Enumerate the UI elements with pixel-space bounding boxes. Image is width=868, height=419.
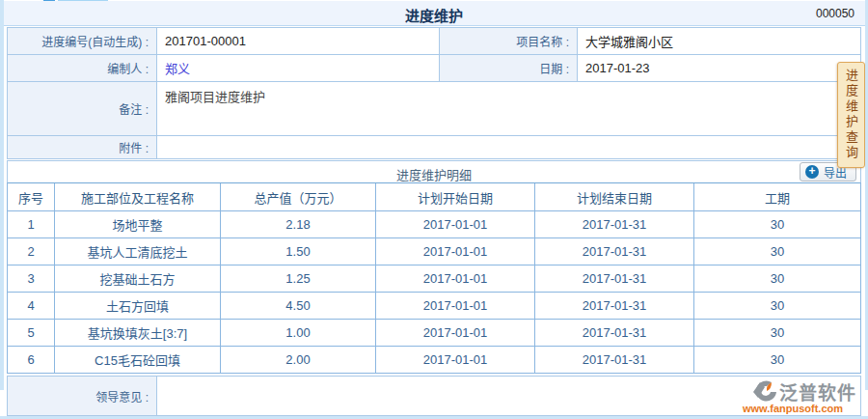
compiler-label: 编制人 : — [8, 55, 157, 81]
cell-output-value: 2.18 — [221, 211, 376, 237]
date-label: 日期 : — [440, 55, 578, 81]
plus-circle-icon: + — [805, 165, 819, 179]
document-number: 000050 — [816, 7, 854, 20]
cell-plan-end: 2017-01-31 — [535, 238, 694, 265]
cell-plan-end: 2017-01-31 — [535, 293, 694, 319]
header-duration: 工期 — [694, 183, 860, 210]
table-header-row: 序号 施工部位及工程名称 总产值（万元） 计划开始日期 计划结束日期 工期 — [8, 183, 860, 211]
cell-work-name: 挖基础土石方 — [55, 265, 221, 292]
project-name-label: 项目名称 : — [440, 28, 578, 54]
detail-table: 序号 施工部位及工程名称 总产值（万元） 计划开始日期 计划结束日期 工期 1 … — [7, 183, 861, 374]
cell-work-name: 场地平整 — [55, 211, 221, 237]
cell-duration: 30 — [694, 347, 860, 373]
fanpu-logo-icon — [752, 379, 777, 405]
table-row[interactable]: 6 C15毛石砼回填 2.00 2017-01-01 2017-01-31 30 — [8, 347, 860, 373]
progress-no-label: 进度编号(自动生成) : — [8, 28, 157, 54]
remark-value: 雅阁项目进度维护 — [157, 82, 860, 135]
cell-duration: 30 — [694, 211, 860, 237]
cell-duration: 30 — [694, 320, 860, 346]
detail-section-bar: 进度维护明细 + 导出 — [7, 160, 861, 183]
cell-duration: 30 — [694, 265, 860, 292]
title-bar: 进度维护 000050 — [0, 1, 868, 26]
cell-duration: 30 — [694, 293, 860, 319]
progress-query-tab-label: 进度维护查询 — [845, 69, 857, 161]
form-row-attachment: 附件 : — [8, 136, 860, 158]
table-row[interactable]: 4 土石方回填 4.50 2017-01-01 2017-01-31 30 — [8, 293, 860, 320]
form-row-remark: 备注 : 雅阁项目进度维护 — [8, 82, 860, 136]
frame-left-border — [0, 0, 4, 390]
form-row-2: 编制人 : 郑义 日期 : 2017-01-23 — [8, 55, 860, 82]
cell-duration: 30 — [694, 238, 860, 265]
compiler-link[interactable]: 郑义 — [165, 59, 190, 77]
cell-plan-start: 2017-01-01 — [376, 265, 535, 292]
table-row[interactable]: 3 挖基础土石方 1.25 2017-01-01 2017-01-31 30 — [8, 265, 860, 293]
vendor-watermark: 泛普软件 www.fanpusoft.com — [729, 378, 856, 414]
vendor-url: www.fanpusoft.com — [729, 403, 856, 414]
cell-work-name: 基坑换填灰土[3:7] — [55, 320, 221, 346]
cell-output-value: 2.00 — [221, 347, 376, 373]
project-name-value: 大学城雅阁小区 — [578, 28, 860, 54]
attachment-value — [157, 136, 860, 158]
cell-plan-start: 2017-01-01 — [376, 238, 535, 265]
header-plan-end: 计划结束日期 — [535, 183, 694, 210]
progress-query-tab[interactable]: 进度维护查询 — [837, 62, 865, 168]
progress-maintenance-page: 进度维护 000050 进度编号(自动生成) : 201701-00001 项目… — [0, 0, 868, 419]
cell-output-value: 1.25 — [221, 265, 376, 292]
page-title: 进度维护 — [0, 5, 868, 25]
attachment-label: 附件 : — [8, 136, 157, 158]
table-row[interactable]: 5 基坑换填灰土[3:7] 1.00 2017-01-01 2017-01-31… — [8, 320, 860, 347]
cell-work-name: 土石方回填 — [55, 293, 221, 319]
cell-plan-start: 2017-01-01 — [376, 293, 535, 319]
cell-output-value: 1.00 — [221, 320, 376, 346]
cell-plan-end: 2017-01-31 — [535, 320, 694, 346]
cell-seq: 3 — [8, 265, 55, 292]
cell-seq: 5 — [8, 320, 55, 346]
cell-plan-start: 2017-01-01 — [376, 320, 535, 346]
cell-work-name: C15毛石砼回填 — [55, 347, 221, 373]
vendor-brand-name: 泛普软件 — [779, 378, 856, 405]
table-row[interactable]: 1 场地平整 2.18 2017-01-01 2017-01-31 30 — [8, 211, 860, 238]
progress-no-value: 201701-00001 — [157, 28, 440, 54]
header-work-name: 施工部位及工程名称 — [55, 183, 221, 210]
cell-plan-start: 2017-01-01 — [376, 347, 535, 373]
form-row-1: 进度编号(自动生成) : 201701-00001 项目名称 : 大学城雅阁小区 — [8, 28, 860, 55]
cell-plan-end: 2017-01-31 — [535, 347, 694, 373]
date-value: 2017-01-23 — [578, 55, 860, 81]
cell-plan-start: 2017-01-01 — [376, 211, 535, 237]
cell-seq: 4 — [8, 293, 55, 319]
cell-output-value: 1.50 — [221, 238, 376, 265]
leader-opinion-label: 领导意见 : — [8, 377, 157, 415]
header-output-value: 总产值（万元） — [221, 183, 376, 210]
cell-seq: 1 — [8, 211, 55, 237]
cell-output-value: 4.50 — [221, 293, 376, 319]
cell-plan-end: 2017-01-31 — [535, 211, 694, 237]
cell-seq: 6 — [8, 347, 55, 373]
cell-work-name: 基坑人工清底挖土 — [55, 238, 221, 265]
cell-plan-end: 2017-01-31 — [535, 265, 694, 292]
compiler-value[interactable]: 郑义 — [157, 55, 440, 81]
header-plan-start: 计划开始日期 — [376, 183, 535, 210]
detail-section-title: 进度维护明细 — [8, 165, 860, 183]
remark-label: 备注 : — [8, 82, 157, 135]
record-form: 进度编号(自动生成) : 201701-00001 项目名称 : 大学城雅阁小区… — [7, 27, 861, 159]
table-row[interactable]: 2 基坑人工清底挖土 1.50 2017-01-01 2017-01-31 30 — [8, 238, 860, 265]
cell-seq: 2 — [8, 238, 55, 265]
header-seq: 序号 — [8, 183, 55, 210]
